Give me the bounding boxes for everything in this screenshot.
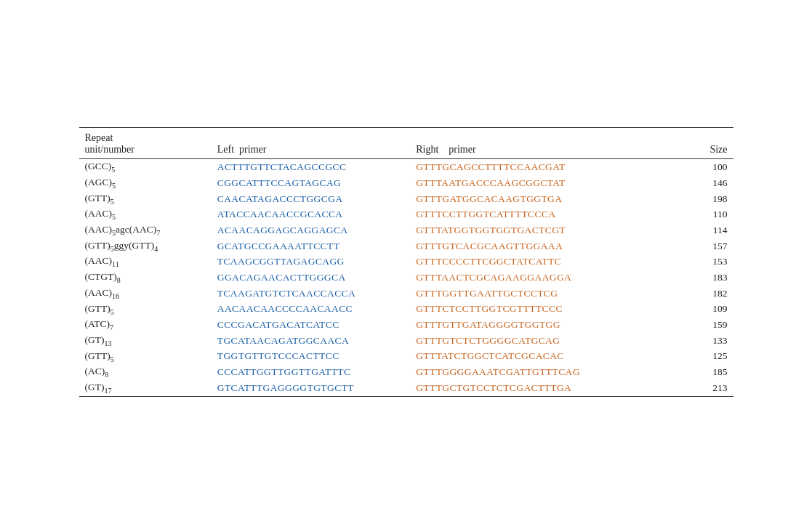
right-primer-cell: GTTTAATGACCCAAGCGGCTAT — [410, 175, 667, 191]
header-size: Size — [667, 128, 733, 159]
repeat-unit-cell: (AC)8 — [79, 364, 212, 380]
left-primer-cell: CAACATAGACCCTGGCGA — [212, 191, 410, 207]
table-row: (GTT)5AACAACAACCCCAACAACCGTTTCTCCTTGGTCG… — [79, 302, 733, 318]
size-cell: 213 — [667, 380, 733, 396]
left-primer-cell: CCCGACATGACATCATCC — [212, 317, 410, 333]
size-cell: 100 — [667, 159, 733, 175]
table-row: (GT)17GTCATTTGAGGGGTGTGCTTGTTTGCTGTCCTCT… — [79, 380, 733, 396]
repeat-unit-cell: (AAC)5agc(AAC)7 — [79, 222, 212, 238]
size-cell: 185 — [667, 364, 733, 380]
left-primer-cell: CCCATTGGTTGGTTGATTTC — [212, 364, 410, 380]
repeat-unit-cell: (AAC)11 — [79, 254, 212, 270]
repeat-unit-cell: (GCC)5 — [79, 159, 212, 175]
size-cell: 183 — [667, 270, 733, 286]
table-row: (AAC)16TCAAGATGTCTCAACCACCAGTTTGGTTGAATT… — [79, 286, 733, 302]
right-primer-cell: GTTTGCTGTCCTCTCGACTTTGA — [410, 380, 667, 396]
main-table-container: Repeatunit/number Left primer Right prim… — [79, 127, 733, 396]
table-header-row: Repeatunit/number Left primer Right prim… — [79, 128, 733, 159]
table-row: (AC)8CCCATTGGTTGGTTGATTTCGTTTGGGGAAATCGA… — [79, 364, 733, 380]
left-primer-cell: TCAAGCGGTTAGAGCAGG — [212, 254, 410, 270]
size-cell: 133 — [667, 333, 733, 349]
repeat-unit-cell: (AGC)5 — [79, 175, 212, 191]
header-repeat: Repeatunit/number — [79, 128, 212, 159]
header-left-primer: Left primer — [212, 128, 410, 159]
left-primer-cell: ACAACAGGAGCAGGAGCA — [212, 222, 410, 238]
table-row: (GTT)5TGGTGTTGTCCCACTTCCGTTTATCTGGCTCATC… — [79, 349, 733, 365]
repeat-unit-cell: (ATC)7 — [79, 317, 212, 333]
repeat-unit-cell: (GTT)5ggy(GTT)4 — [79, 238, 212, 254]
primer-table: Repeatunit/number Left primer Right prim… — [79, 128, 733, 395]
right-primer-cell: GTTTGGGGAAATCGATTGTTTCAG — [410, 364, 667, 380]
left-primer-cell: CGGCATTTCCAGTAGCAG — [212, 175, 410, 191]
repeat-unit-cell: (GTT)5 — [79, 349, 212, 365]
size-cell: 125 — [667, 349, 733, 365]
table-row: (GT)13TGCATAACAGATGGCAACAGTTTGTCTCTGGGGC… — [79, 333, 733, 349]
table-row: (GCC)5ACTTTGTTCTACAGCCGCCGTTTGCAGCCTTTTC… — [79, 159, 733, 175]
size-cell: 109 — [667, 302, 733, 318]
left-primer-cell: TCAAGATGTCTCAACCACCA — [212, 286, 410, 302]
right-primer-cell: GTTTCTCCTTGGTCGTTTTCCC — [410, 302, 667, 318]
repeat-unit-cell: (GT)17 — [79, 380, 212, 396]
repeat-unit-cell: (GTT)5 — [79, 191, 212, 207]
right-primer-cell: GTTTGTTGATAGGGGTGGTGG — [410, 317, 667, 333]
header-right-primer: Right primer — [410, 128, 667, 159]
repeat-unit-cell: (CTGT)8 — [79, 270, 212, 286]
table-row: (AAC)11TCAAGCGGTTAGAGCAGGGTTTCCCCTTCGGCT… — [79, 254, 733, 270]
left-primer-cell: TGCATAACAGATGGCAACA — [212, 333, 410, 349]
right-primer-cell: GTTTGTCACGCAAGTTGGAAA — [410, 238, 667, 254]
repeat-unit-cell: (GT)13 — [79, 333, 212, 349]
size-cell: 157 — [667, 238, 733, 254]
repeat-unit-cell: (AAC)5 — [79, 206, 212, 222]
right-primer-cell: GTTTATCTGGCTCATCGCACAC — [410, 349, 667, 365]
left-primer-cell: GTCATTTGAGGGGTGTGCTT — [212, 380, 410, 396]
repeat-unit-cell: (GTT)5 — [79, 302, 212, 318]
size-cell: 198 — [667, 191, 733, 207]
right-primer-cell: GTTTGCAGCCTTTTCCAACGAT — [410, 159, 667, 175]
left-primer-cell: GGACAGAACACTTGGGCA — [212, 270, 410, 286]
right-primer-cell: GTTTAACTCGCAGAAGGAAGGA — [410, 270, 667, 286]
table-row: (CTGT)8GGACAGAACACTTGGGCAGTTTAACTCGCAGAA… — [79, 270, 733, 286]
left-primer-cell: ATACCAACAACCGCACCA — [212, 206, 410, 222]
table-row: (AGC)5CGGCATTTCCAGTAGCAGGTTTAATGACCCAAGC… — [79, 175, 733, 191]
table-row: (ATC)7CCCGACATGACATCATCCGTTTGTTGATAGGGGT… — [79, 317, 733, 333]
table-row: (GTT)5ggy(GTT)4GCATGCCGAAAATTCCTTGTTTGTC… — [79, 238, 733, 254]
size-cell: 146 — [667, 175, 733, 191]
size-cell: 182 — [667, 286, 733, 302]
left-primer-cell: TGGTGTTGTCCCACTTCC — [212, 349, 410, 365]
right-primer-cell: GTTTGATGGCACAAGTGGTGA — [410, 191, 667, 207]
left-primer-cell: GCATGCCGAAAATTCCTT — [212, 238, 410, 254]
right-primer-cell: GTTTCCTTGGTCATTTTCCCA — [410, 206, 667, 222]
table-row: (AAC)5agc(AAC)7ACAACAGGAGCAGGAGCAGTTTATG… — [79, 222, 733, 238]
left-primer-cell: ACTTTGTTCTACAGCCGCC — [212, 159, 410, 175]
table-row: (GTT)5CAACATAGACCCTGGCGAGTTTGATGGCACAAGT… — [79, 191, 733, 207]
size-cell: 153 — [667, 254, 733, 270]
right-primer-cell: GTTTATGGTGGTGGTGACTCGT — [410, 222, 667, 238]
right-primer-cell: GTTTGTCTCTGGGGCATGCAG — [410, 333, 667, 349]
size-cell: 114 — [667, 222, 733, 238]
table-row: (AAC)5ATACCAACAACCGCACCAGTTTCCTTGGTCATTT… — [79, 206, 733, 222]
right-primer-cell: GTTTCCCCTTCGGCTATCATTC — [410, 254, 667, 270]
size-cell: 159 — [667, 317, 733, 333]
right-primer-cell: GTTTGGTTGAATTGCTCCTCG — [410, 286, 667, 302]
repeat-unit-cell: (AAC)16 — [79, 286, 212, 302]
left-primer-cell: AACAACAACCCCAACAACC — [212, 302, 410, 318]
size-cell: 110 — [667, 206, 733, 222]
